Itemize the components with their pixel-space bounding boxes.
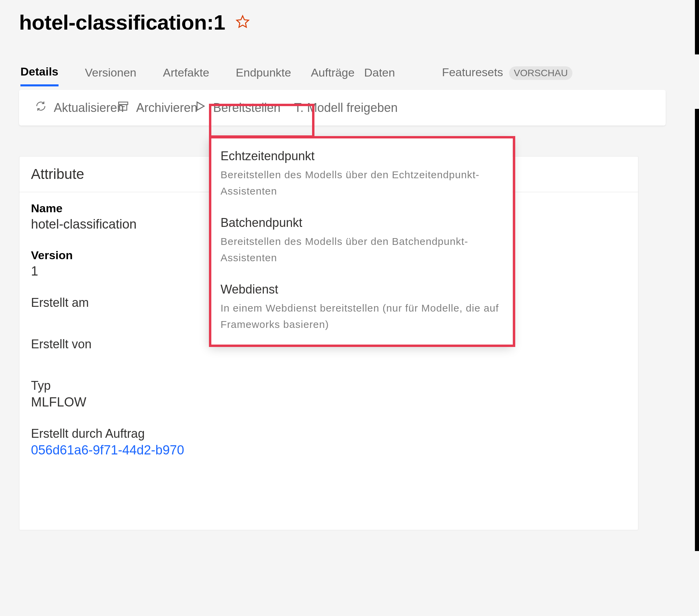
dropdown-item-title: Echtzeitendpunkt [221,149,501,163]
tab-details[interactable]: Details [21,65,58,86]
deploy-label: Bereitstellen [213,101,280,115]
attr-job-label: Erstellt durch Auftrag [31,427,627,441]
dropdown-item-title: Batchendpunkt [221,216,501,230]
refresh-button[interactable]: Aktualisieren [31,99,127,117]
tab-jobs[interactable]: Aufträge [311,66,355,85]
attr-type-label: Typ [31,378,627,393]
deploy-dropdown: Echtzeitendpunkt Bereitstellen des Model… [209,137,513,345]
dropdown-item-realtime[interactable]: Echtzeitendpunkt Bereitstellen des Model… [221,149,501,199]
svg-rect-2 [120,105,127,110]
tab-endpoints[interactable]: Endpunkte [236,66,291,85]
toolbar: Aktualisieren Archivieren Bereitstellen … [19,90,665,125]
dropdown-item-desc: In einem Webdienst bereitstellen (nur fü… [221,300,501,333]
tab-versions[interactable]: Versionen [85,66,136,85]
page-title: hotel-classification:1 [19,10,225,34]
deploy-button[interactable]: Bereitstellen [190,99,284,117]
dropdown-item-webservice[interactable]: Webdienst In einem Webdienst bereitstell… [221,282,501,333]
svg-marker-4 [197,102,204,110]
share-label: T. Modell freigeben [294,101,397,115]
tabs-bar: Details Versionen Artefakte Endpunkte Au… [19,65,699,86]
archive-label: Archivieren [136,101,197,115]
archive-icon [117,100,129,115]
tab-featuresets[interactable]: Featuresets VORSCHAU [442,66,573,86]
dropdown-item-desc: Bereitstellen des Modells über den Echtz… [221,167,501,199]
preview-badge: VORSCHAU [509,66,573,80]
attr-type-value: MLFLOW [31,395,627,410]
attr-job-link[interactable]: 056d61a6-9f71-44d2-b970 [31,443,627,457]
tab-featuresets-label: Featuresets [442,66,503,79]
page-title-row: hotel-classification:1 [19,10,699,34]
play-icon [194,100,206,115]
refresh-icon [35,100,47,115]
tab-data[interactable]: Daten [364,66,395,85]
dropdown-item-desc: Bereitstellen des Modells über den Batch… [221,233,501,266]
svg-marker-0 [237,16,248,27]
dropdown-item-title: Webdienst [221,282,501,297]
screenshot-edge-artifact [695,109,699,551]
share-button[interactable]: T. Modell freigeben [291,99,401,116]
dropdown-item-batch[interactable]: Batchendpunkt Bereitstellen des Modells … [221,216,501,266]
favorite-star-icon[interactable] [236,15,250,30]
archive-button[interactable]: Archivieren [114,99,201,117]
screenshot-edge-artifact [695,0,699,54]
tab-artifacts[interactable]: Artefakte [163,66,209,85]
